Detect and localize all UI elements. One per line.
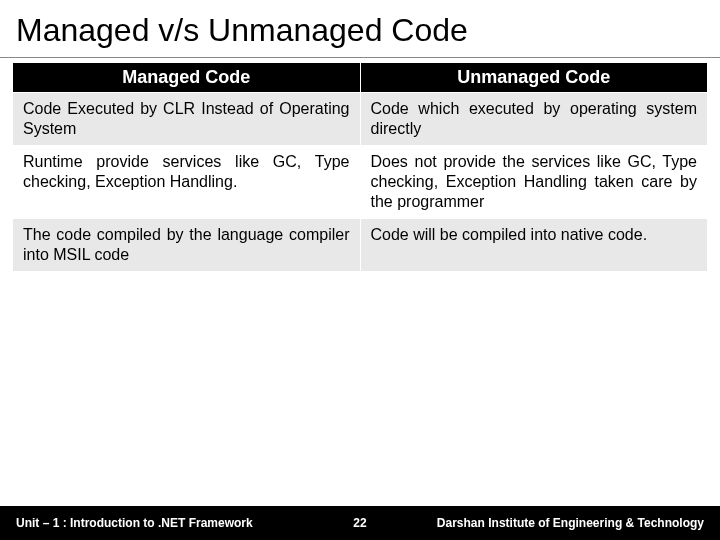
slide-footer: Unit – 1 : Introduction to .NET Framewor… bbox=[0, 506, 720, 540]
header-managed: Managed Code bbox=[13, 63, 361, 93]
table-header-row: Managed Code Unmanaged Code bbox=[13, 63, 708, 93]
footer-institute: Darshan Institute of Engineering & Techn… bbox=[437, 516, 704, 530]
header-unmanaged: Unmanaged Code bbox=[360, 63, 708, 93]
comparison-table: Managed Code Unmanaged Code Code Execute… bbox=[12, 62, 708, 272]
cell-managed: Code Executed by CLR Instead of Operatin… bbox=[13, 93, 361, 146]
footer-page-number: 22 bbox=[353, 516, 366, 530]
table-row: The code compiled by the language compil… bbox=[13, 219, 708, 272]
table-row: Runtime provide services like GC, Type c… bbox=[13, 146, 708, 219]
table-row: Code Executed by CLR Instead of Operatin… bbox=[13, 93, 708, 146]
footer-unit: Unit – 1 : Introduction to .NET Framewor… bbox=[16, 516, 253, 530]
cell-unmanaged: Code will be compiled into native code. bbox=[360, 219, 708, 272]
cell-unmanaged: Does not provide the services like GC, T… bbox=[360, 146, 708, 219]
slide-title: Managed v/s Unmanaged Code bbox=[0, 0, 720, 58]
cell-managed: The code compiled by the language compil… bbox=[13, 219, 361, 272]
cell-managed: Runtime provide services like GC, Type c… bbox=[13, 146, 361, 219]
cell-unmanaged: Code which executed by operating system … bbox=[360, 93, 708, 146]
